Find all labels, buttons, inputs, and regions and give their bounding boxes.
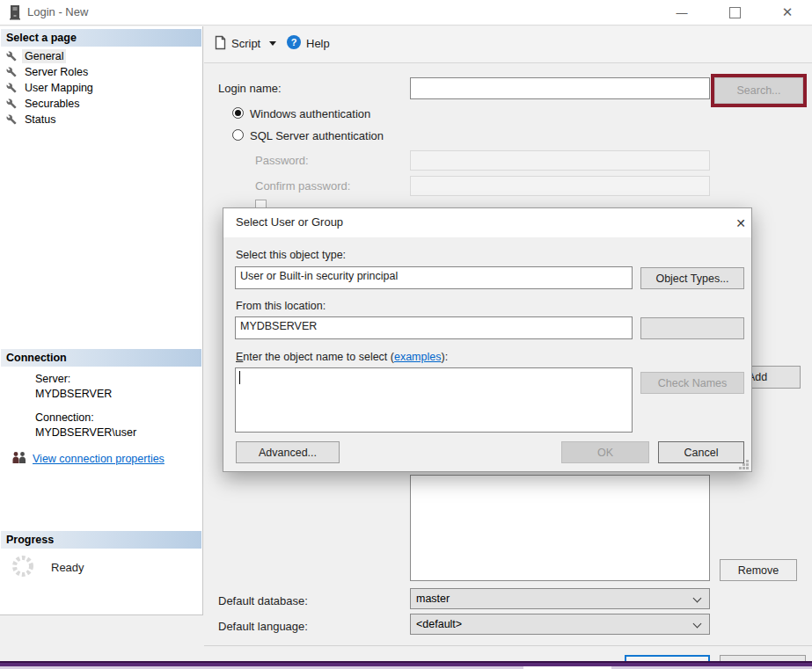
script-button[interactable]: Script — [231, 37, 260, 50]
advanced-button[interactable]: Advanced... — [236, 441, 340, 463]
default-language-dropdown[interactable]: <default> — [410, 614, 710, 635]
progress-header: Progress — [1, 531, 201, 549]
help-button[interactable]: Help — [306, 37, 330, 50]
confirm-password-input — [410, 176, 710, 196]
text-cursor — [239, 371, 240, 384]
default-language-label: Default language: — [218, 620, 308, 633]
object-types-button[interactable]: Object Types... — [640, 267, 744, 289]
select-a-page-header: Select a page — [1, 29, 201, 47]
object-name-label-pre: Enter the object name to select ( — [236, 351, 394, 363]
sidebar-item-user-mapping[interactable]: User Mapping — [0, 80, 201, 96]
sidebar-item-label: User Mapping — [22, 81, 96, 95]
default-database-label: Default database: — [218, 594, 308, 607]
object-type-label: Select this object type: — [236, 249, 346, 261]
sidebar-item-server-roles[interactable]: Server Roles — [0, 64, 201, 80]
connection-header: Connection — [1, 349, 201, 367]
maximize-icon — [729, 7, 741, 18]
window-title: Login - New — [27, 5, 88, 18]
check-names-button: Check Names — [640, 372, 744, 394]
login-name-label: Login name: — [218, 82, 282, 95]
login-name-input[interactable] — [410, 77, 710, 99]
select-user-or-group-dialog: Select User or Group ✕ Select this objec… — [223, 207, 752, 472]
ok-button: OK — [561, 441, 649, 463]
connection-value: MYDBSERVER\user — [35, 426, 136, 439]
wrench-icon — [6, 83, 17, 93]
chevron-down-icon — [693, 620, 702, 629]
sidebar: Select a page General Server Roles User … — [0, 26, 203, 615]
sidebar-item-label: General — [22, 49, 66, 63]
connection-label: Connection: — [35, 411, 94, 424]
maximize-button[interactable] — [721, 3, 748, 22]
windows-auth-label: Windows authentication — [250, 107, 370, 120]
connection-properties-icon — [11, 451, 27, 464]
minimize-button[interactable]: — — [669, 3, 695, 22]
server-value: MYDBSERVER — [35, 388, 112, 400]
from-location-input[interactable]: MYDBSERVER — [235, 316, 633, 339]
password-input — [410, 150, 710, 171]
object-name-label-post: ): — [441, 351, 448, 363]
from-location-label: From this location: — [236, 300, 326, 312]
chevron-down-icon — [693, 594, 702, 603]
close-button[interactable]: ✕ — [774, 3, 801, 22]
locations-button[interactable] — [640, 317, 744, 339]
examples-link[interactable]: examples — [394, 351, 442, 363]
object-name-label: Enter the object name to select (example… — [236, 351, 448, 363]
chevron-down-icon[interactable] — [269, 41, 276, 46]
progress-spinner-icon — [11, 554, 35, 578]
wrench-icon — [6, 67, 17, 77]
password-label: Password: — [255, 154, 309, 167]
sidebar-item-label: Status — [22, 113, 58, 127]
object-type-input[interactable]: User or Built-in security principal — [235, 266, 633, 289]
wrench-icon — [6, 98, 17, 109]
dialog-title: Select User or Group — [236, 215, 343, 229]
sidebar-item-status[interactable]: Status — [0, 112, 201, 127]
sidebar-item-general[interactable]: General — [0, 48, 201, 64]
login-new-window: Login - New — ✕ Select a page General Se… — [0, 0, 812, 669]
view-connection-properties-link[interactable]: View connection properties — [33, 453, 165, 465]
default-database-value: master — [416, 593, 450, 605]
sidebar-item-securables[interactable]: Securables — [0, 96, 201, 112]
login-dialog-icon — [9, 5, 21, 20]
wrench-icon — [6, 114, 17, 125]
default-database-dropdown[interactable]: master — [410, 588, 710, 609]
bottom-separator — [204, 645, 812, 646]
login-mapping-listbox[interactable] — [410, 475, 710, 581]
toolbar: Script ? Help — [204, 26, 812, 63]
remove-button[interactable]: Remove — [720, 559, 797, 581]
script-icon — [213, 35, 226, 50]
sidebar-item-label: Securables — [22, 97, 83, 111]
search-button[interactable]: Search... — [714, 77, 803, 104]
sidebar-item-label: Server Roles — [22, 65, 91, 79]
titlebar: Login - New — ✕ — [0, 0, 812, 25]
dialog-close-icon[interactable]: ✕ — [730, 213, 751, 234]
sql-auth-radio[interactable] — [232, 129, 244, 141]
cancel-button[interactable]: Cancel — [658, 441, 744, 463]
default-language-value: <default> — [416, 618, 462, 630]
resize-grip[interactable] — [746, 460, 749, 462]
help-icon: ? — [287, 35, 301, 49]
wrench-icon — [6, 51, 17, 62]
confirm-password-label: Confirm password: — [255, 179, 350, 193]
progress-status: Ready — [51, 561, 84, 574]
windows-auth-radio[interactable] — [232, 107, 244, 119]
object-name-textarea[interactable] — [235, 367, 633, 433]
sql-auth-label: SQL Server authentication — [250, 129, 384, 142]
server-label: Server: — [35, 373, 70, 385]
